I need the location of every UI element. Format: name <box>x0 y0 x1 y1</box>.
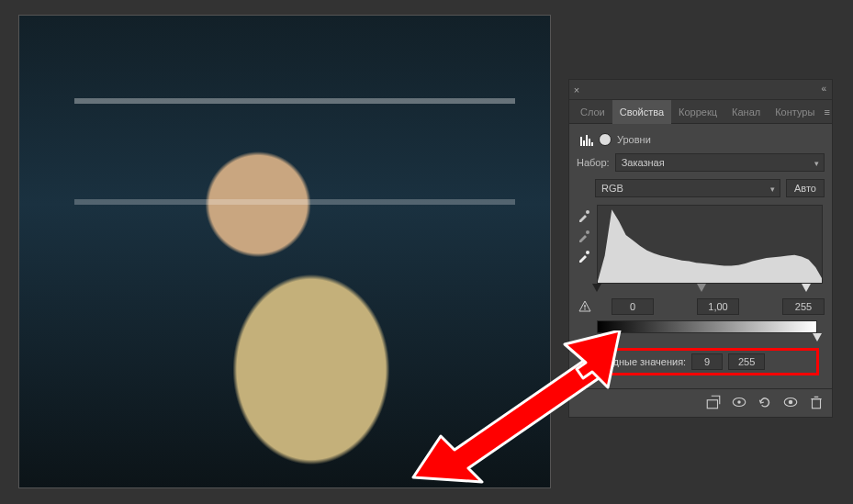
mask-icon <box>599 133 612 146</box>
channel-select[interactable]: RGB <box>595 179 780 197</box>
svg-point-1 <box>586 230 589 234</box>
svg-point-7 <box>737 400 740 403</box>
input-slider-track[interactable] <box>597 284 806 295</box>
eyedropper-gray-icon[interactable] <box>577 229 591 243</box>
tab-layers[interactable]: Слои <box>573 100 612 124</box>
output-slider-track[interactable] <box>597 333 817 344</box>
preset-row: Набор: Заказная <box>577 153 825 172</box>
panel-body: Уровни Набор: Заказная RGB Авто <box>569 124 832 388</box>
output-black-field[interactable] <box>691 353 723 370</box>
histogram[interactable] <box>597 205 823 284</box>
svg-point-9 <box>789 400 793 405</box>
document-canvas[interactable] <box>18 15 551 488</box>
canvas-detail <box>74 199 515 205</box>
reset-icon[interactable] <box>757 395 773 409</box>
input-white-slider[interactable] <box>802 284 811 292</box>
preset-select[interactable]: Заказная <box>615 153 825 172</box>
output-gradient[interactable] <box>597 320 817 333</box>
output-white-field[interactable] <box>728 353 765 370</box>
input-white-field[interactable] <box>782 298 825 315</box>
adjustment-title: Уровни <box>617 134 651 145</box>
panel-header: × « <box>569 80 832 100</box>
channel-row: RGB Авто <box>577 179 825 197</box>
eyedropper-group <box>577 205 591 263</box>
canvas-image <box>19 16 550 487</box>
tab-channels[interactable]: Канал <box>724 100 768 124</box>
tab-paths[interactable]: Контуры <box>768 100 822 124</box>
svg-rect-3 <box>584 305 585 308</box>
preset-label: Набор: <box>577 157 610 168</box>
panel-close-icon[interactable]: × <box>569 84 584 95</box>
adjustment-title-row: Уровни <box>578 133 825 146</box>
input-gamma-slider[interactable] <box>697 284 706 292</box>
output-black-slider[interactable] <box>600 333 609 342</box>
input-black-slider[interactable] <box>592 284 601 292</box>
tab-properties[interactable]: Свойства <box>612 100 671 124</box>
warning-icon[interactable] <box>578 300 591 313</box>
output-white-slider[interactable] <box>813 333 822 342</box>
output-values-row: Выходные значения: <box>582 348 819 375</box>
view-previous-icon[interactable] <box>731 395 747 409</box>
svg-rect-10 <box>813 399 821 409</box>
input-gamma-field[interactable] <box>697 298 739 315</box>
auto-button[interactable]: Авто <box>786 179 825 197</box>
clip-to-layer-icon[interactable] <box>705 395 722 409</box>
panel-collapse-icon[interactable]: « <box>821 84 826 94</box>
visibility-icon[interactable] <box>782 395 799 409</box>
panel-menu-icon[interactable]: ≡ <box>822 106 832 118</box>
eyedropper-black-icon[interactable] <box>577 208 591 223</box>
canvas-detail <box>74 98 515 104</box>
panel-tabs: Слои Свойства Коррекц Канал Контуры ≡ <box>569 100 832 124</box>
svg-rect-4 <box>584 308 585 309</box>
output-label: Выходные значения: <box>589 356 686 367</box>
eyedropper-white-icon[interactable] <box>577 249 591 263</box>
panel-footer <box>569 388 832 417</box>
histogram-area <box>577 205 825 284</box>
delete-icon[interactable] <box>808 395 825 409</box>
svg-point-0 <box>586 210 589 214</box>
svg-point-2 <box>586 251 589 254</box>
properties-panel: × « Слои Свойства Коррекц Канал Контуры … <box>568 79 833 418</box>
input-black-field[interactable] <box>612 298 654 315</box>
svg-rect-5 <box>707 400 717 409</box>
input-values-row <box>578 298 825 315</box>
levels-icon <box>578 133 593 146</box>
tab-adjustments[interactable]: Коррекц <box>671 100 724 124</box>
